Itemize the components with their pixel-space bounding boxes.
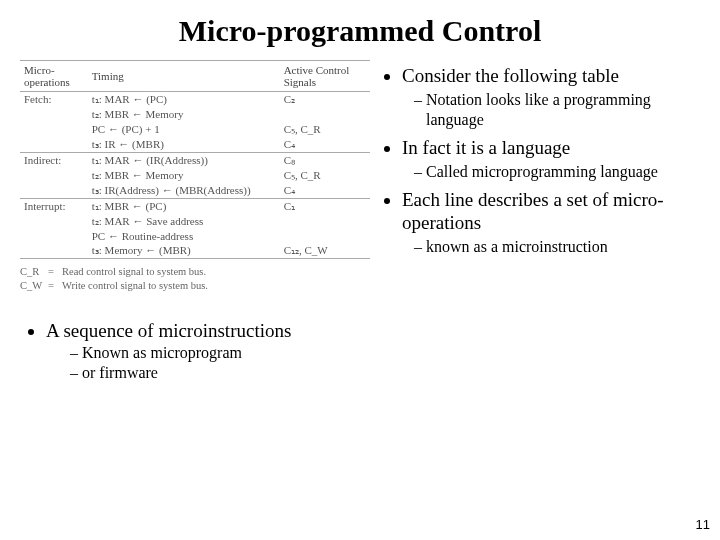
cell-timing: PC ← Routine-address bbox=[88, 229, 280, 243]
legend-eq: = bbox=[48, 279, 62, 293]
bullet-text: Consider the following table bbox=[402, 65, 619, 86]
bullet-text: A sequence of microinstructions bbox=[46, 320, 291, 341]
bullet-text: In fact it is a language bbox=[402, 137, 570, 158]
table-row: Interrupt: t₁: MBR ← (PC) C₁ bbox=[20, 199, 370, 215]
upper-row: Micro-operations Timing Active Control S… bbox=[20, 60, 700, 292]
legend-eq: = bbox=[48, 265, 62, 279]
list-item: Notation looks like a programming langua… bbox=[426, 90, 700, 130]
table-row: Indirect: t₁: MAR ← (IR(Address)) C₈ bbox=[20, 153, 370, 169]
bullets-lower: A sequence of microinstructions Known as… bbox=[20, 320, 700, 382]
phase-label: Fetch: bbox=[20, 92, 88, 153]
list-item: Each line describes a set of micro-opera… bbox=[402, 188, 700, 258]
cell-timing: t₁: MAR ← (IR(Address)) bbox=[88, 153, 280, 169]
cell-signal: C₁₂, C_W bbox=[280, 243, 370, 259]
table-row: Fetch: t₁: MAR ← (PC) C₂ bbox=[20, 92, 370, 108]
cell-signal: C₂ bbox=[280, 92, 370, 108]
th-phase: Micro-operations bbox=[20, 61, 88, 92]
legend-desc: Read control signal to system bus. bbox=[62, 265, 206, 279]
cell-signal: C₁ bbox=[280, 199, 370, 215]
cell-timing: t₂: MBR ← Memory bbox=[88, 168, 280, 183]
list-item: Known as microprogram bbox=[82, 344, 700, 362]
list-item: or firmware bbox=[82, 364, 700, 382]
cell-signal bbox=[280, 107, 370, 122]
cell-timing: t₂: MBR ← Memory bbox=[88, 107, 280, 122]
cell-timing: t₂: MAR ← Save address bbox=[88, 214, 280, 229]
cell-signal bbox=[280, 214, 370, 229]
phase-label: Indirect: bbox=[20, 153, 88, 199]
cell-signal: C₄ bbox=[280, 137, 370, 153]
legend-symbol: C_R bbox=[20, 265, 48, 279]
cell-signal: C₄ bbox=[280, 183, 370, 199]
list-item: Consider the following table Notation lo… bbox=[402, 64, 700, 130]
slide: Micro-programmed Control Micro-operation… bbox=[0, 0, 720, 540]
phase-label: Interrupt: bbox=[20, 199, 88, 259]
table-figure: Micro-operations Timing Active Control S… bbox=[20, 60, 370, 292]
cell-timing: t₃: Memory ← (MBR) bbox=[88, 243, 280, 259]
list-item: known as a microinstruction bbox=[426, 237, 700, 257]
cell-timing: PC ← (PC) + 1 bbox=[88, 122, 280, 137]
cell-signal: C₅, C_R bbox=[280, 122, 370, 137]
cell-timing: t₁: MBR ← (PC) bbox=[88, 199, 280, 215]
cell-timing: t₃: IR ← (MBR) bbox=[88, 137, 280, 153]
bullet-text: Each line describes a set of micro-opera… bbox=[402, 189, 664, 234]
cell-timing: t₁: MAR ← (PC) bbox=[88, 92, 280, 108]
th-timing: Timing bbox=[88, 61, 280, 92]
micro-op-table: Micro-operations Timing Active Control S… bbox=[20, 60, 370, 259]
list-item: A sequence of microinstructions Known as… bbox=[46, 320, 700, 382]
page-number: 11 bbox=[696, 517, 710, 532]
legend-desc: Write control signal to system bus. bbox=[62, 279, 208, 293]
th-signals: Active Control Signals bbox=[280, 61, 370, 92]
cell-signal: C₈ bbox=[280, 153, 370, 169]
list-item: In fact it is a language Called micropro… bbox=[402, 136, 700, 182]
list-item: Called microprogramming language bbox=[426, 162, 700, 182]
cell-timing: t₃: IR(Address) ← (MBR(Address)) bbox=[88, 183, 280, 199]
cell-signal bbox=[280, 229, 370, 243]
page-title: Micro-programmed Control bbox=[20, 14, 700, 48]
legend-symbol: C_W bbox=[20, 279, 48, 293]
table-legend: C_R = Read control signal to system bus.… bbox=[20, 265, 370, 292]
cell-signal: C₅, C_R bbox=[280, 168, 370, 183]
bullets-right: Consider the following table Notation lo… bbox=[380, 60, 700, 292]
